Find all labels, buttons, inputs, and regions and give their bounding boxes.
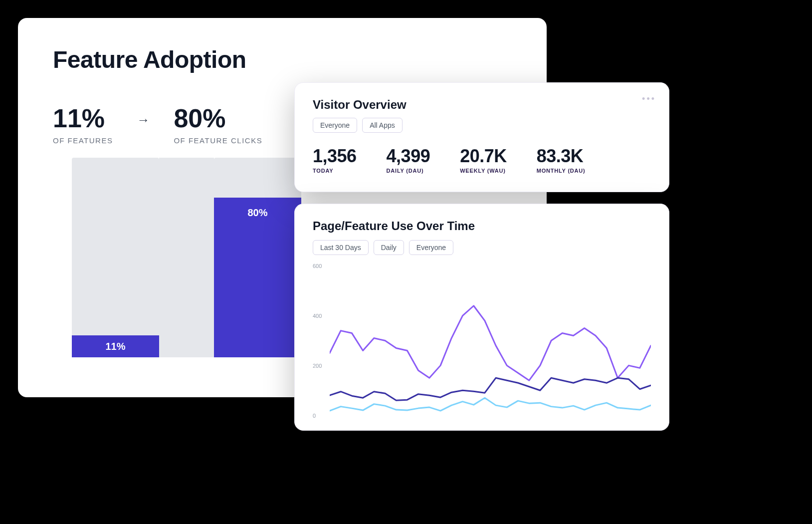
filter-range-pill[interactable]: Last 30 Days <box>313 240 369 255</box>
funnel-wedge <box>159 158 214 357</box>
y-tick-400: 400 <box>313 313 322 319</box>
stat-today-value: 1,356 <box>313 146 357 167</box>
visitor-overview-title: Visitor Overview <box>313 98 651 112</box>
stat-monthly-value: 83.3K <box>537 146 586 167</box>
y-tick-600: 600 <box>313 263 322 269</box>
filter-everyone-pill[interactable]: Everyone <box>313 118 357 133</box>
stat-weekly: 20.7K WEEKLY (WAU) <box>460 146 507 174</box>
bar-left-bg: 11% <box>72 158 159 357</box>
feature-adoption-left-metric: 11% OF FEATURES <box>53 103 113 145</box>
stat-daily-label: DAILY (DAU) <box>387 168 430 174</box>
bar-right-bg: 80% <box>214 158 301 357</box>
stat-weekly-value: 20.7K <box>460 146 507 167</box>
stat-weekly-label: WEEKLY (WAU) <box>460 168 507 174</box>
stat-monthly: 83.3K MONTHLY (DAU) <box>537 146 586 174</box>
y-tick-200: 200 <box>313 363 322 369</box>
more-options-icon[interactable]: ••• <box>642 94 656 104</box>
timeseries-title: Page/Feature Use Over Time <box>313 219 651 233</box>
bar-left-label: 11% <box>105 341 125 352</box>
timeseries-filters: Last 30 Days Daily Everyone <box>313 240 651 255</box>
right-percent: 80% <box>174 103 262 133</box>
timeseries-plot-svg <box>330 266 651 415</box>
left-percent: 11% <box>53 103 113 133</box>
arrow-right-icon: → <box>137 112 150 128</box>
y-tick-0: 0 <box>313 413 316 419</box>
filter-segment-pill[interactable]: Everyone <box>409 240 453 255</box>
feature-adoption-right-metric: 80% OF FEATURE CLICKS <box>174 103 262 145</box>
bar-left-fill: 11% <box>72 335 159 357</box>
stat-today: 1,356 TODAY <box>313 146 357 174</box>
left-sublabel: OF FEATURES <box>53 136 113 145</box>
feature-adoption-bar-chart: 11% 80% <box>72 158 281 357</box>
timeseries-card: Page/Feature Use Over Time Last 30 Days … <box>294 204 669 431</box>
filter-grain-pill[interactable]: Daily <box>374 240 404 255</box>
right-sublabel: OF FEATURE CLICKS <box>174 136 262 145</box>
stat-daily: 4,399 DAILY (DAU) <box>387 146 430 174</box>
stat-today-label: TODAY <box>313 168 357 174</box>
bar-right-fill: 80% <box>214 198 301 357</box>
visitor-overview-stats: 1,356 TODAY 4,399 DAILY (DAU) 20.7K WEEK… <box>313 146 651 174</box>
timeseries-chart: 600 400 200 0 <box>313 266 651 416</box>
feature-adoption-title: Feature Adoption <box>53 46 512 73</box>
visitor-overview-filters: Everyone All Apps <box>313 118 651 133</box>
filter-all-apps-pill[interactable]: All Apps <box>362 118 403 133</box>
visitor-overview-card: ••• Visitor Overview Everyone All Apps 1… <box>294 82 669 192</box>
stat-monthly-label: MONTHLY (DAU) <box>537 168 586 174</box>
stat-daily-value: 4,399 <box>387 146 430 167</box>
svg-marker-0 <box>159 198 214 357</box>
bar-right-label: 80% <box>247 207 267 219</box>
